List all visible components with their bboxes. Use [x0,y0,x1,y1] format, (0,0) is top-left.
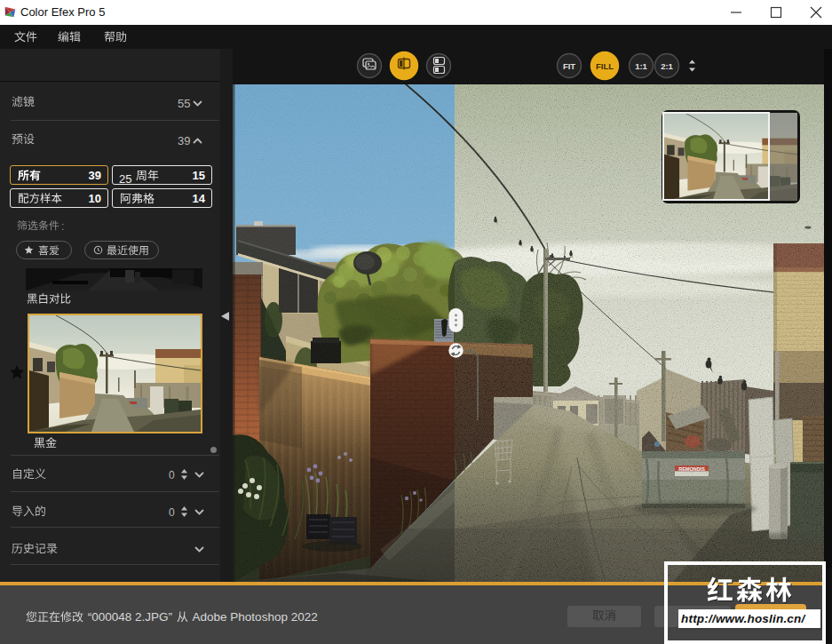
svg-text:2:1: 2:1 [661,61,673,71]
svg-text:1:1: 1:1 [635,61,647,71]
svg-text:FILL: FILL [596,61,614,71]
svg-text:FIT: FIT [563,61,575,71]
